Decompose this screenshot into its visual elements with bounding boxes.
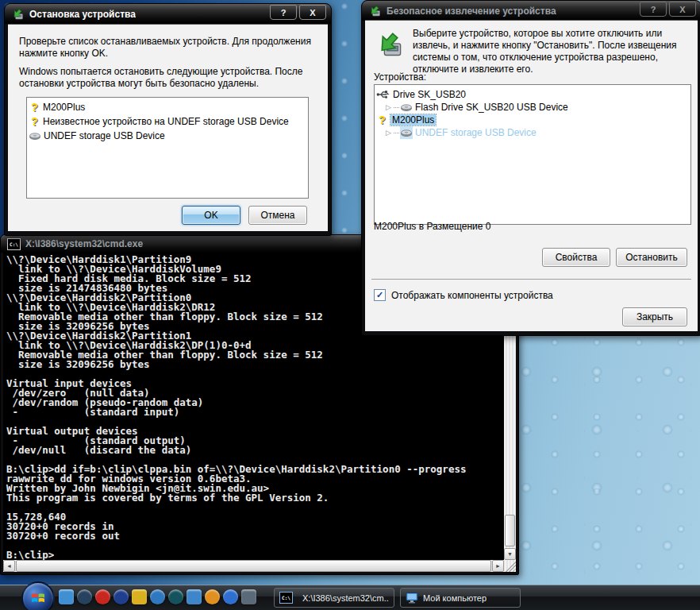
network-computer-icon[interactable] xyxy=(187,589,202,604)
safe-removal-title: Безопасное извлечение устройства xyxy=(387,6,556,17)
globe-icon[interactable] xyxy=(168,589,183,604)
my-computer-icon xyxy=(406,593,418,604)
taskbar-button-label: Мой компьютер xyxy=(423,593,487,603)
cmd-window-title: X:\I386\system32\cmd.exe xyxy=(25,238,143,249)
ok-button[interactable]: OK xyxy=(182,206,240,225)
cmd-icon: C:\ xyxy=(279,592,293,604)
show-components-checkbox[interactable]: ✓ xyxy=(374,289,386,301)
display-settings-icon[interactable] xyxy=(241,589,256,604)
packages-icon[interactable] xyxy=(205,589,220,604)
disk-icon xyxy=(400,126,413,139)
device-tree[interactable]: Drive SK_USB20 ▷ Flash Drive SK_USB20 US… xyxy=(374,84,691,225)
safely-remove-hardware-icon xyxy=(11,8,24,21)
safe-removal-titlebar[interactable]: Безопасное извлечение устройства ? X xyxy=(362,1,700,21)
safely-remove-hardware-icon xyxy=(368,5,381,17)
disk-icon xyxy=(400,101,413,114)
help-button[interactable]: ? xyxy=(640,2,667,17)
close-dialog-button[interactable]: Закрыть xyxy=(622,307,687,326)
expander-icon[interactable]: ▷ xyxy=(386,129,394,137)
list-item[interactable]: UNDEF storage USB Device xyxy=(29,129,306,143)
scroll-right-icon[interactable]: ► xyxy=(492,560,504,572)
taskbar: C:\ X:\I386\system32\cm... Мой компьютер xyxy=(0,585,700,610)
tree-dotted-line xyxy=(394,133,399,133)
memory-chip-icon[interactable] xyxy=(132,589,147,604)
question-icon: ? xyxy=(29,101,40,114)
device-list[interactable]: ? M200Plus ? Неизвестное устройство на U… xyxy=(26,97,309,199)
instruction-text: Выберите устройство, которое вы хотите о… xyxy=(413,28,691,75)
media-disc-icon[interactable] xyxy=(77,589,92,604)
properties-button[interactable]: Свойства xyxy=(542,248,610,267)
stop-device-title: Остановка устройства xyxy=(29,9,136,20)
close-window-button[interactable]: X xyxy=(669,2,696,17)
tree-item-undef-storage[interactable]: ▷ UNDEF storage USB Device xyxy=(376,126,689,139)
stop-device-titlebar[interactable]: Остановка устройства ? X xyxy=(5,4,331,24)
safe-removal-dialog: Безопасное извлечение устройства ? X Выб… xyxy=(361,0,700,336)
safe-removal-client: Выберите устройство, которое вы хотите о… xyxy=(365,20,698,331)
vertical-scroll-thumb[interactable] xyxy=(505,515,515,546)
dialog-text-1: Проверьте список останавливаемых устройс… xyxy=(19,36,318,60)
checkbox-label: Отображать компоненты устройства xyxy=(391,290,553,301)
red-power-icon[interactable] xyxy=(95,589,110,604)
scroll-down-icon[interactable]: ▼ xyxy=(504,548,516,560)
list-item-label: Неизвестное устройство на UNDEF storage … xyxy=(43,116,289,127)
app-launcher-icon[interactable] xyxy=(59,589,74,604)
safely-remove-hardware-icon xyxy=(375,30,403,59)
selected-device-status: M200Plus в Размещение 0 xyxy=(374,221,490,232)
scroll-left-icon[interactable]: ◄ xyxy=(3,560,15,572)
tree-item-label: Drive SK_USB20 xyxy=(393,89,466,100)
taskbar-button-label: X:\I386\system32\cm... xyxy=(302,593,389,603)
list-item-label: UNDEF storage USB Device xyxy=(44,130,165,141)
close-window-button[interactable]: X xyxy=(299,5,326,20)
cmd-icon: C:\ xyxy=(7,238,21,250)
blue-power-icon[interactable] xyxy=(113,589,129,604)
expander-icon[interactable]: ▷ xyxy=(386,103,394,111)
dialog-text-2: Windows попытается остановить следующие … xyxy=(19,66,318,90)
cancel-button[interactable]: Отмена xyxy=(248,206,307,225)
tree-item-m200plus-selected[interactable]: ? M200Plus xyxy=(376,114,689,126)
list-item[interactable]: ? M200Plus xyxy=(29,100,306,114)
separator xyxy=(371,279,691,280)
list-item-label: M200Plus xyxy=(43,102,85,113)
desktop: C:\ X:\I386\system32\cmd.exe \\?\Device\… xyxy=(0,0,700,610)
usb-icon xyxy=(376,88,390,101)
stop-device-button[interactable]: Остановить xyxy=(616,248,687,267)
help-button[interactable]: ? xyxy=(270,5,297,20)
tree-item-label: Flash Drive SK_USB20 USB Device xyxy=(415,102,568,113)
list-item[interactable]: ? Неизвестное устройство на UNDEF storag… xyxy=(29,114,306,129)
taskbar-button-cmd[interactable]: C:\ X:\I386\system32\cm... xyxy=(274,588,394,608)
media-play-icon[interactable] xyxy=(223,589,238,604)
windows-flag-icon xyxy=(30,590,46,606)
tree-item-label-selected: M200Plus xyxy=(390,114,436,125)
disk-icon xyxy=(29,129,41,142)
stop-device-client: Проверьте список останавливаемых устройс… xyxy=(8,24,328,231)
horizontal-scroll-thumb[interactable] xyxy=(16,560,491,572)
quick-launch-bar xyxy=(59,589,256,604)
tree-item-flash-drive[interactable]: ▷ Flash Drive SK_USB20 USB Device xyxy=(376,101,689,114)
start-button[interactable] xyxy=(21,581,55,610)
question-icon: ? xyxy=(29,115,40,128)
question-icon: ? xyxy=(376,114,388,126)
gear-icon[interactable] xyxy=(150,589,165,604)
stop-device-dialog: Остановка устройства ? X Проверьте списо… xyxy=(4,3,332,236)
taskbar-button-my-computer[interactable]: Мой компьютер xyxy=(400,588,521,608)
tree-dotted-line xyxy=(394,107,399,108)
horizontal-scrollbar[interactable]: ◄ ► xyxy=(3,560,516,572)
tree-item-drive-sk-usb20[interactable]: Drive SK_USB20 xyxy=(376,88,689,101)
devices-label: Устройства: xyxy=(374,71,426,83)
tree-item-label-dimmed: UNDEF storage USB Device xyxy=(415,127,537,138)
resize-grip[interactable] xyxy=(504,560,516,572)
